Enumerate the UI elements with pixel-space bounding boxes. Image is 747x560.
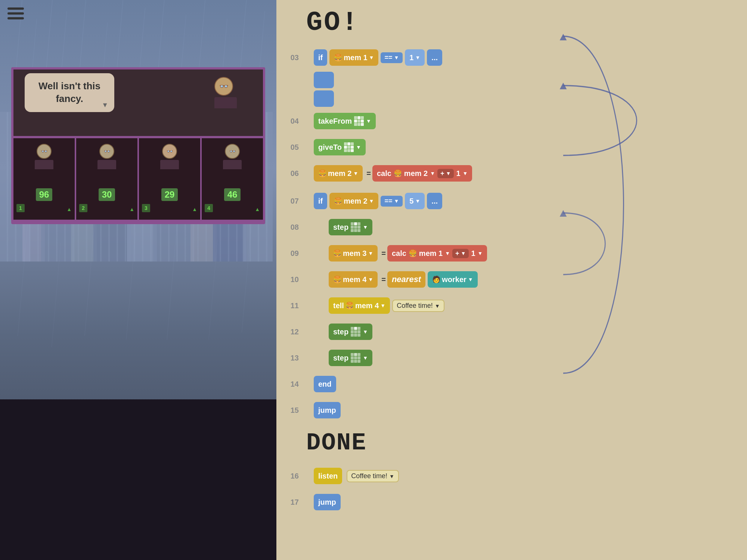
ellipsis-03: ... [431,53,438,62]
tell-keyword: tell [333,301,344,310]
mem4-label: mem 4 [343,275,366,284]
mem2-inner-06: mem 2 [404,169,428,178]
line-num-17: 17 [284,498,299,507]
block-giveto[interactable]: giveTo ▼ [314,139,366,155]
line-num-10: 10 [284,275,299,284]
booth-4: 👓 46 4 ▲ [202,138,263,220]
block-val1-03[interactable]: 1 ▼ [405,49,425,66]
nearest-keyword: nearest [392,275,421,284]
plus-dropdown-06[interactable]: + ▼ [437,169,454,178]
blue-placeholder-2 [314,90,334,107]
block-jump-15[interactable]: jump [314,402,341,418]
line-num-05: 05 [284,143,299,152]
eq-arrow-03: ▼ [394,55,399,61]
booth-2-value: 30 [99,188,115,201]
eq-label-07: == [384,197,392,205]
equals-06: = [366,169,371,178]
coffee-label-11: Coffee time! [397,302,433,309]
block-mem2-07[interactable]: 🍔 mem 2 ▼ [329,193,378,209]
coffee-label-16: Coffee time! [351,472,387,480]
code-line-14: 14 end [299,372,740,396]
step-keyword-08: step [333,223,348,232]
game-panel: Well isn't this fancy. 👓 👓 96 1 ▲ [0,0,276,560]
block-tell-11[interactable]: tell 🍔 mem 4 ▼ [329,297,390,314]
plus-op-09: + [455,250,459,257]
line-num-13: 13 [284,354,299,362]
code-line-05: 05 giveTo ▼ [299,135,740,159]
block-val5-07[interactable]: 5 ▼ [405,193,425,209]
line-num-15: 15 [284,406,299,415]
block-worker-10[interactable]: 🧑 worker ▼ [428,271,477,288]
val1-arrow-03: ▼ [415,55,420,61]
mem-icon-03: 🍔 [334,53,342,62]
ground [0,399,276,560]
worker-label: worker [442,275,467,284]
booth-3-value: 29 [161,188,178,201]
line-num-14: 14 [284,380,299,389]
val1-09: 1 [471,249,475,258]
code-line-11: 11 tell 🍔 mem 4 ▼ Coffee time! ▼ [299,294,740,318]
code-line-10: 10 🍔 mem 4 ▼ = nearest 🧑 worker ▼ [299,267,740,291]
calc-keyword-09: calc [392,249,406,258]
ellipsis-07: ... [431,197,438,205]
if-placeholder-row-2 [299,90,740,107]
booth-3: 👓 29 3 ▲ [139,138,202,220]
line-num-03: 03 [284,53,299,62]
code-line-13: 13 step ▼ [299,346,740,370]
plus-dropdown-09[interactable]: + ▼ [452,249,469,258]
equals-10: = [381,275,386,284]
block-step-12[interactable]: step ▼ [329,324,372,340]
code-line-17: 17 jump [299,490,740,514]
block-jump-17[interactable]: jump [314,494,341,510]
block-if-03[interactable]: if [314,49,327,66]
go-title: GO! [306,7,740,38]
block-mem3-09[interactable]: 🍔 mem 3 ▼ [329,245,378,262]
mem1-label-03: mem 1 [344,53,367,62]
booth-4-icon: ▲ [255,206,260,212]
line-num-06: 06 [284,169,299,178]
if-keyword-07: if [318,197,323,205]
jump-keyword-17: jump [318,498,336,507]
code-line-08: 08 step ▼ [299,215,740,239]
block-end-14[interactable]: end [314,376,336,392]
code-line-04: 04 takeFrom ▼ [299,109,740,133]
block-ellipsis-07[interactable]: ... [427,193,442,209]
speech-bubble[interactable]: Well isn't this fancy. [25,73,114,112]
takefrom-keyword: takeFrom [318,117,352,126]
eq-label-03: == [384,54,392,62]
block-mem4-10[interactable]: 🍔 mem 4 ▼ [329,271,378,288]
block-ellipsis-03[interactable]: ... [427,49,442,66]
val1-06: 1 [456,169,460,178]
block-mem2-06[interactable]: 🍔 mem 2 ▼ [314,165,363,182]
hamburger-menu[interactable] [7,7,24,22]
office-building: Well isn't this fancy. 👓 👓 96 1 ▲ [11,67,265,224]
mem3-label: mem 3 [343,249,366,258]
block-if-07[interactable]: if [314,193,327,209]
block-step-08[interactable]: step ▼ [329,219,372,235]
op-eq-03[interactable]: == ▼ [381,52,403,63]
hamburger-line-2 [7,12,24,15]
block-mem1-03[interactable]: 🍔 mem 1 ▼ [329,49,378,66]
booth-1-number: 1 [16,204,25,212]
mem2-label-07: mem 2 [344,197,367,205]
line-num-11: 11 [284,301,299,310]
line-num-08: 08 [284,223,299,232]
code-line-03: 03 if 🍔 mem 1 ▼ == ▼ 1 ▼ ... [299,46,740,69]
block-listen-16[interactable]: listen [314,468,342,484]
block-step-13[interactable]: step ▼ [329,350,372,366]
booth-2-icon: ▲ [129,206,134,212]
booths-row: 👓 96 1 ▲ 👓 30 2 ▲ 👓 [11,136,265,222]
block-nearest-10[interactable]: nearest [387,271,425,288]
worker-icon-10: 🧑 [432,275,440,284]
blue-placeholder-1 [314,72,334,88]
block-calc-09[interactable]: calc 🍔 mem 1 ▼ + ▼ 1 ▼ [387,245,487,262]
block-takefrom[interactable]: takeFrom ▼ [314,113,376,129]
tell-message-11[interactable]: Coffee time! ▼ [392,300,444,312]
mem4-tell: mem 4 [355,301,379,310]
booth-4-value: 46 [224,188,241,201]
block-calc-06[interactable]: calc 🍔 mem 2 ▼ + ▼ 1 ▼ [372,165,472,182]
code-line-12: 12 step ▼ [299,320,740,344]
op-eq-07[interactable]: == ▼ [381,196,403,207]
mem1-inner-09: mem 1 [419,249,443,258]
listen-message-16[interactable]: Coffee time! ▼ [347,470,399,482]
